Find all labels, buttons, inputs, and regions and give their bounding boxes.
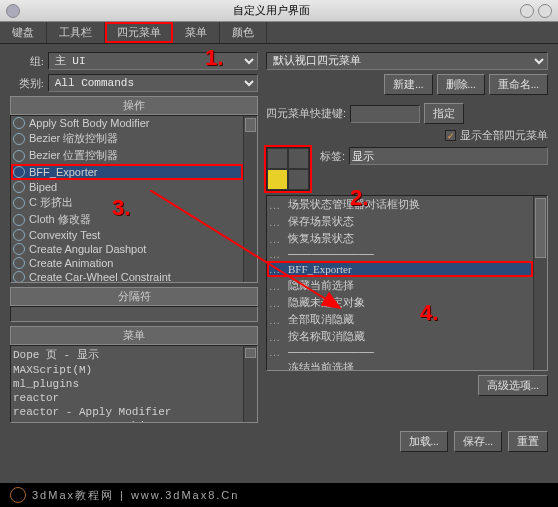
quad-tl[interactable] <box>267 148 288 169</box>
quad-br[interactable] <box>288 169 309 190</box>
tab-menu[interactable]: 菜单 <box>173 22 220 43</box>
tabs: 键盘 工具栏 四元菜单 菜单 颜色 <box>0 22 558 44</box>
list-item[interactable]: 冻结当前选择 <box>267 359 533 370</box>
list-item[interactable]: 场景状态管理器对话框切换 <box>267 196 533 213</box>
tag-input[interactable] <box>349 147 548 165</box>
list-item[interactable]: ─────────── <box>267 345 533 359</box>
list-item[interactable]: 恢复场景状态 <box>267 230 533 247</box>
list-item[interactable]: reactor - Apply Modifier <box>11 405 243 419</box>
actions-list[interactable]: Apply Soft Body ModifierBezier 缩放控制器Bezi… <box>10 115 258 283</box>
quad-selector[interactable] <box>266 147 310 191</box>
list-item[interactable]: reactor <box>11 391 243 405</box>
delete-button[interactable]: 删除... <box>437 74 485 95</box>
quad-bl[interactable] <box>267 169 288 190</box>
list-item[interactable]: Cloth 修改器 <box>11 211 243 228</box>
list-item[interactable]: 隐藏当前选择 <box>267 277 533 294</box>
tab-quad-menu[interactable]: 四元菜单 <box>105 22 173 43</box>
item-icon <box>13 117 25 129</box>
scrollbar[interactable] <box>243 116 257 282</box>
showall-label: 显示全部四元菜单 <box>460 128 548 143</box>
titlebar: 自定义用户界面 <box>0 0 558 22</box>
list-item[interactable]: 按名称取消隐藏 <box>267 328 533 345</box>
quad-select[interactable]: 默认视口四元菜单 <box>266 52 548 70</box>
tab-keyboard[interactable]: 键盘 <box>0 22 47 43</box>
shortcut-input[interactable] <box>350 105 420 123</box>
list-item[interactable]: reactor - Create Object <box>11 419 243 422</box>
panel-menu-header: 菜单 <box>10 326 258 345</box>
list-item[interactable]: Bezier 缩放控制器 <box>11 130 243 147</box>
close-button[interactable] <box>538 4 552 18</box>
panel-actions-header: 操作 <box>10 96 258 115</box>
new-button[interactable]: 新建... <box>384 74 432 95</box>
item-icon <box>13 243 25 255</box>
rename-button[interactable]: 重命名... <box>489 74 548 95</box>
save-button[interactable]: 保存... <box>454 431 502 452</box>
category-label: 类别: <box>10 76 44 91</box>
advanced-button[interactable]: 高级选项... <box>478 375 548 396</box>
item-icon <box>13 214 25 226</box>
tab-toolbar[interactable]: 工具栏 <box>47 22 105 43</box>
item-icon <box>13 197 25 209</box>
reset-button[interactable]: 重置 <box>508 431 548 452</box>
separator-box[interactable] <box>10 306 258 322</box>
quad-items-list[interactable]: 场景状态管理器对话框切换保存场景状态恢复场景状态───────────BFF_E… <box>266 195 548 371</box>
item-icon <box>13 166 25 178</box>
minimize-button[interactable] <box>520 4 534 18</box>
list-item[interactable]: Apply Soft Body Modifier <box>11 116 243 130</box>
list-item[interactable]: ─────────── <box>267 247 533 261</box>
load-button[interactable]: 加载... <box>400 431 448 452</box>
category-select[interactable]: All Commands <box>48 74 258 92</box>
list-item[interactable]: ml_plugins <box>11 377 243 391</box>
footer-site2: www.3dMax8.Cn <box>131 489 240 501</box>
list-item[interactable]: Create Angular Dashpot <box>11 242 243 256</box>
list-item[interactable]: MAXScript(M) <box>11 363 243 377</box>
list-item[interactable]: C 形挤出 <box>11 194 243 211</box>
list-item[interactable]: Convexity Test <box>11 228 243 242</box>
item-icon <box>13 257 25 269</box>
list-item[interactable]: BFF_Exporter <box>11 164 243 180</box>
list-item[interactable]: Create Car-Wheel Constraint <box>11 270 243 282</box>
item-icon <box>13 229 25 241</box>
item-icon <box>13 133 25 145</box>
quad-tr[interactable] <box>288 148 309 169</box>
list-item[interactable]: BFF_Exporter <box>267 261 533 277</box>
assign-button[interactable]: 指定 <box>424 103 464 124</box>
group-label: 组: <box>10 54 44 69</box>
panel-separator-header: 分隔符 <box>10 287 258 306</box>
tag-label: 标签: <box>320 149 345 164</box>
list-item[interactable]: Bezier 位置控制器 <box>11 147 243 164</box>
footer-site1: 3dMax教程网 <box>32 488 114 503</box>
shortcut-label: 四元菜单快捷键: <box>266 106 346 121</box>
footer: 3dMax教程网 | www.3dMax8.Cn <box>0 483 558 507</box>
list-item[interactable]: 全部取消隐藏 <box>267 311 533 328</box>
window-title: 自定义用户界面 <box>26 3 516 18</box>
item-icon <box>13 150 25 162</box>
tab-colors[interactable]: 颜色 <box>220 22 267 43</box>
item-icon <box>13 271 25 282</box>
menu-list[interactable]: Dope 页 - 显示MAXScript(M)ml_pluginsreactor… <box>10 345 258 423</box>
group-select[interactable]: 主 UI <box>48 52 258 70</box>
list-item[interactable]: Biped <box>11 180 243 194</box>
list-item[interactable]: Create Animation <box>11 256 243 270</box>
scrollbar[interactable] <box>243 346 257 422</box>
list-item[interactable]: Dope 页 - 显示 <box>11 346 243 363</box>
item-icon <box>13 181 25 193</box>
showall-checkbox[interactable]: ✓ <box>445 130 456 141</box>
scrollbar[interactable] <box>533 196 547 370</box>
list-item[interactable]: 保存场景状态 <box>267 213 533 230</box>
footer-logo-icon <box>10 487 26 503</box>
list-item[interactable]: 隐藏未选定对象 <box>267 294 533 311</box>
app-icon <box>6 4 20 18</box>
